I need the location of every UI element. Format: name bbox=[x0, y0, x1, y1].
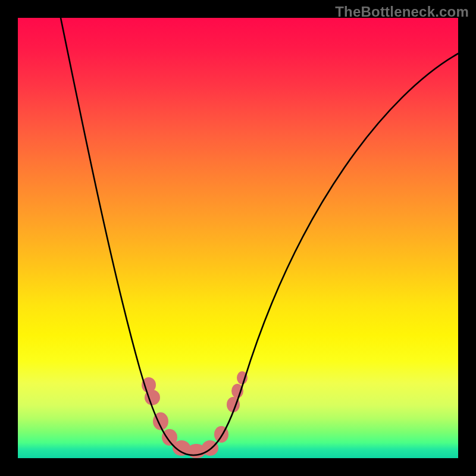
chart-plot-area bbox=[18, 18, 458, 458]
watermark-text: TheBottleneck.com bbox=[335, 4, 469, 20]
curve-svg bbox=[18, 18, 458, 458]
bottleneck-curve bbox=[61, 18, 458, 455]
